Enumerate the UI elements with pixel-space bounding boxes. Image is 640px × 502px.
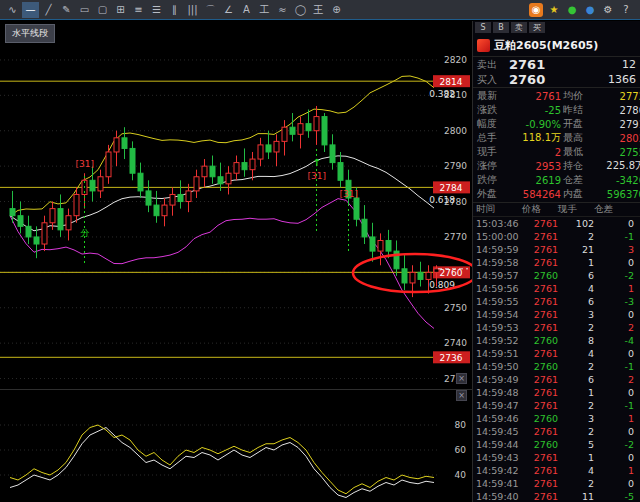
tape-delta: 1 <box>594 283 638 294</box>
horizontal-lines-icon[interactable]: ≡ <box>130 2 147 18</box>
gann-tool-icon[interactable]: 工 <box>256 2 273 18</box>
quote-stats-grid: 最新2761均价2772涨跌-25昨结2786幅度-0.90%开盘2791总手1… <box>473 87 640 203</box>
quote-stat-row: 外盘584264内盘596370 <box>477 187 640 201</box>
tape-time: 14:59:41 <box>476 478 522 489</box>
tape-price: 2761 <box>522 257 558 268</box>
svg-text:2750: 2750 <box>444 303 467 313</box>
tape-row[interactable]: 15:00:0027612-1 <box>473 230 640 243</box>
stat-value: 2772 <box>593 91 640 102</box>
tape-row[interactable]: 14:59:48276110 <box>473 386 640 399</box>
tape-time: 14:59:58 <box>476 257 522 268</box>
wang-tool-icon[interactable]: 王 <box>310 2 327 18</box>
tape-time: 14:59:59 <box>476 244 522 255</box>
status-blue-icon[interactable]: ● <box>583 3 597 17</box>
tape-delta: 0 <box>594 426 638 437</box>
marker-button-0[interactable]: S <box>475 22 491 33</box>
stat-value: 2755 <box>593 147 640 158</box>
arc-icon[interactable]: ⌒ <box>202 2 219 18</box>
svg-text:[31]: [31] <box>308 171 326 181</box>
tape-volume: 11 <box>558 491 594 502</box>
status-green-icon[interactable]: ● <box>565 3 579 17</box>
tape-price: 2761 <box>522 400 558 411</box>
ask-row[interactable]: 卖出 2761 12 <box>473 57 640 72</box>
favorite-icon[interactable]: ★ <box>547 3 561 17</box>
tape-row[interactable]: 14:59:5027602-1 <box>473 360 640 373</box>
tape-delta: 0 <box>594 309 638 320</box>
contract-logo-icon <box>477 39 490 52</box>
tape-row[interactable]: 14:59:40276111-5 <box>473 490 640 502</box>
target-tool-icon[interactable]: ⊕ <box>328 2 345 18</box>
tape-row[interactable]: 14:59:46276031 <box>473 412 640 425</box>
svg-text:60: 60 <box>455 445 467 455</box>
tape-row[interactable]: 14:59:58276110 <box>473 256 640 269</box>
svg-text:2760: 2760 <box>440 268 463 278</box>
stat-value: -0.90% <box>507 119 563 130</box>
tape-time: 14:59:50 <box>476 361 522 372</box>
tape-row[interactable]: 14:59:5727606-2 <box>473 269 640 282</box>
close-main-pane-button[interactable]: × <box>456 373 467 384</box>
tape-volume: 2 <box>558 400 594 411</box>
tape-row[interactable]: 14:59:5527616-3 <box>473 295 640 308</box>
tape-price: 2760 <box>522 413 558 424</box>
tape-time: 14:59:56 <box>476 283 522 294</box>
tape-volume: 4 <box>558 283 594 294</box>
marker-button-3[interactable]: 买 <box>529 22 545 33</box>
tape-price: 2760 <box>522 335 558 346</box>
candlestick-chart-pane[interactable]: 2820281028002790278027702760275027402730… <box>0 21 472 388</box>
drawing-toolbar: ∿—╱✎▭▢⊞≡☰∥|||⌒∠A工≈◯王⊕ ◉★●●⚙? <box>0 0 640 20</box>
circle-tool-icon[interactable]: ◯ <box>292 2 309 18</box>
time-sales-list[interactable]: 15:03:462761102015:00:0027612-114:59:592… <box>473 217 640 502</box>
tape-row[interactable]: 14:59:51276140 <box>473 347 640 360</box>
pencil-icon[interactable]: ✎ <box>58 2 75 18</box>
tape-row[interactable]: 14:59:56276141 <box>473 282 640 295</box>
tape-volume: 2 <box>558 322 594 333</box>
tape-row[interactable]: 14:59:4427605-2 <box>473 438 640 451</box>
tape-row[interactable]: 14:59:4727612-1 <box>473 399 640 412</box>
stat-value: 225.8万 <box>593 159 640 173</box>
bid-row[interactable]: 买入 2760 1366 <box>473 72 640 87</box>
tape-volume: 6 <box>558 270 594 281</box>
contract-header[interactable]: 豆粕2605(M2605) <box>473 35 640 57</box>
text-tool-icon[interactable]: A <box>238 2 255 18</box>
tape-time: 14:59:51 <box>476 348 522 359</box>
list-icon[interactable]: ☰ <box>148 2 165 18</box>
tape-row[interactable]: 14:59:592761213 <box>473 243 640 256</box>
zigzag-line-icon[interactable]: ∿ <box>4 2 21 18</box>
tape-volume: 1 <box>558 452 594 463</box>
tape-row[interactable]: 14:59:54276130 <box>473 308 640 321</box>
trend-line-icon[interactable]: ╱ <box>40 2 57 18</box>
marker-button-2[interactable]: 卖 <box>511 22 527 33</box>
wave-tool-icon[interactable]: ≈ <box>274 2 291 18</box>
tape-delta: 0 <box>594 348 638 359</box>
grid-icon[interactable]: ⊞ <box>112 2 129 18</box>
stat-label: 仓差 <box>563 173 593 187</box>
svg-text:2814: 2814 <box>440 77 463 87</box>
tape-delta: -1 <box>594 231 638 242</box>
close-indicator-pane-button[interactable]: × <box>456 390 467 401</box>
tape-row[interactable]: 14:59:45276120 <box>473 425 640 438</box>
tape-row[interactable]: 14:59:42276141 <box>473 464 640 477</box>
tape-row[interactable]: 14:59:41276120 <box>473 477 640 490</box>
tape-row[interactable]: 15:03:4627611020 <box>473 217 640 230</box>
tape-time: 15:03:46 <box>476 218 522 229</box>
horizontal-segment-icon[interactable]: — <box>22 2 39 18</box>
marker-button-1[interactable]: B <box>493 22 509 33</box>
oscillator-indicator-pane[interactable]: 806040 <box>0 389 472 502</box>
app-logo-icon[interactable]: ◉ <box>529 3 543 17</box>
tape-delta: -2 <box>594 270 638 281</box>
parallel-lines-icon[interactable]: ∥ <box>166 2 183 18</box>
vertical-bars-icon[interactable]: ||| <box>184 2 201 18</box>
help-icon[interactable]: ? <box>619 3 633 17</box>
tape-price: 2761 <box>522 218 558 229</box>
settings-icon[interactable]: ⚙ <box>601 3 615 17</box>
rectangle-icon[interactable]: ▭ <box>76 2 93 18</box>
tape-row[interactable]: 14:59:49276162 <box>473 373 640 386</box>
tape-row[interactable]: 14:59:43276110 <box>473 451 640 464</box>
tape-row[interactable]: 14:59:53276122 <box>473 321 640 334</box>
box-icon[interactable]: ▢ <box>94 2 111 18</box>
tape-price: 2761 <box>522 348 558 359</box>
tape-row[interactable]: 14:59:5227608-4 <box>473 334 640 347</box>
stat-label: 最低 <box>563 145 593 159</box>
angle-icon[interactable]: ∠ <box>220 2 237 18</box>
stat-label: 涨跌 <box>477 103 507 117</box>
